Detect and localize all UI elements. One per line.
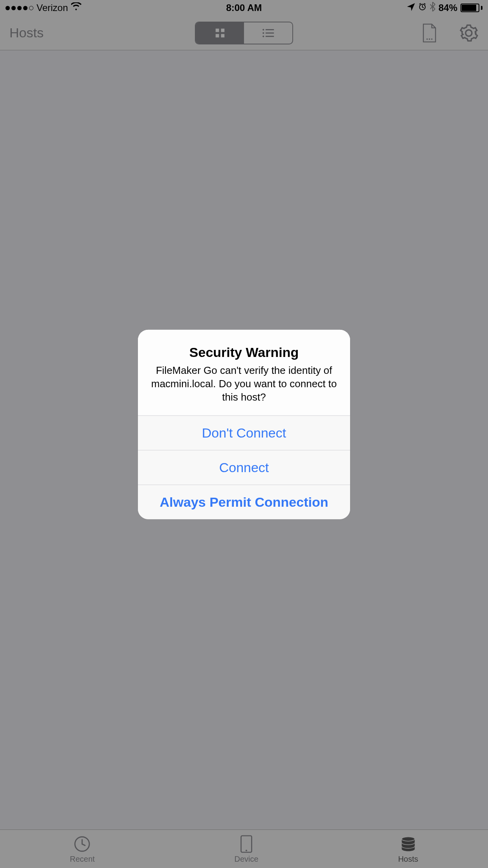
- always-permit-button[interactable]: Always Permit Connection: [138, 485, 350, 519]
- alert-title: Security Warning: [150, 345, 338, 360]
- connect-button[interactable]: Connect: [138, 450, 350, 485]
- alert-message: FileMaker Go can't verify the identity o…: [150, 364, 338, 404]
- dont-connect-button[interactable]: Don't Connect: [138, 416, 350, 450]
- security-alert: Security Warning FileMaker Go can't veri…: [138, 330, 350, 519]
